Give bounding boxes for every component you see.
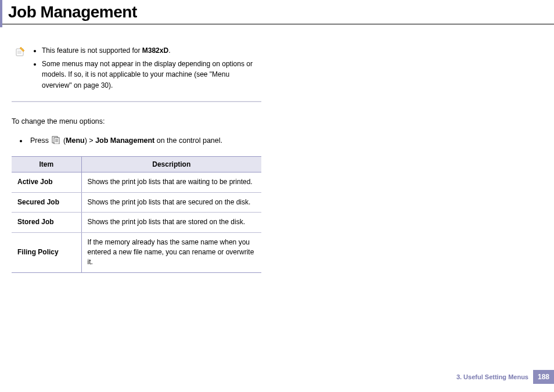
table-row: Active Job Shows the print job lists tha…: [12, 172, 261, 192]
step-item: Press (Menu) > Job Management on the con…: [28, 136, 261, 146]
note-box: This feature is not supported for M382xD…: [12, 45, 261, 101]
page-number: 188: [533, 370, 554, 384]
step-paren-close: ) >: [85, 136, 95, 145]
note-1-suffix: .: [168, 46, 170, 55]
step-prefix: Press: [30, 136, 51, 145]
note-1-model: M382xD: [142, 46, 168, 55]
cell-desc: If the memory already has the same name …: [81, 232, 261, 272]
menu-icon: [52, 138, 62, 146]
chapter-label: 3. Useful Setting Menus: [456, 373, 528, 380]
svg-rect-5: [54, 138, 59, 144]
table-row: Stored Job Shows the print job lists tha…: [12, 213, 261, 232]
th-description: Description: [81, 157, 261, 172]
step-menu: Menu: [66, 136, 85, 145]
note-icon: [15, 45, 26, 93]
note-divider: [12, 101, 261, 102]
th-item: Item: [12, 157, 81, 172]
table-row: Filing Policy If the memory already has …: [12, 232, 261, 272]
cell-item: Stored Job: [12, 213, 81, 232]
cell-desc: Shows the print job lists that are store…: [81, 213, 261, 232]
content-column: This feature is not supported for M382xD…: [0, 24, 273, 273]
table-row: Secured Job Shows the print job lists th…: [12, 192, 261, 212]
cell-desc: Shows the print job lists that are waiti…: [81, 172, 261, 192]
step-list: Press (Menu) > Job Management on the con…: [12, 136, 261, 146]
step-suffix: on the control panel.: [154, 136, 222, 145]
page-title: Job Management: [0, 0, 554, 21]
step-path: Job Management: [95, 136, 154, 145]
cell-desc: Shows the print job lists that are secur…: [81, 192, 261, 212]
options-table: Item Description Active Job Shows the pr…: [12, 156, 261, 272]
cell-item: Secured Job: [12, 192, 81, 212]
note-1-prefix: This feature is not supported for: [42, 46, 142, 55]
cell-item: Active Job: [12, 172, 81, 192]
note-item-2: Some menus may not appear in the display…: [42, 59, 261, 91]
note-item-1: This feature is not supported for M382xD…: [42, 45, 261, 56]
cell-item: Filing Policy: [12, 232, 81, 272]
intro-text: To change the menu options:: [12, 117, 261, 125]
page-footer: 3. Useful Setting Menus 188: [456, 370, 554, 384]
note-list: This feature is not supported for M382xD…: [31, 45, 261, 93]
title-accent-bar: [0, 0, 2, 27]
table-header-row: Item Description: [12, 157, 261, 172]
